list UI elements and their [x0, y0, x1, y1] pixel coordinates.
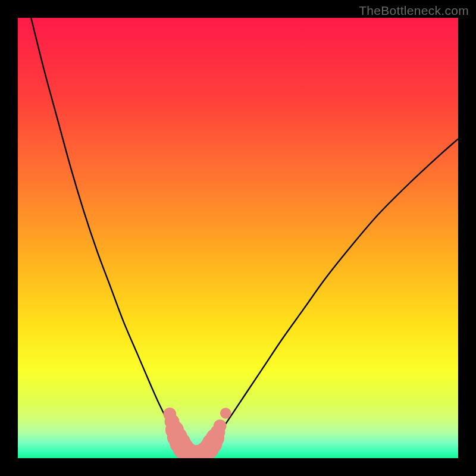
plot-area [18, 18, 458, 458]
marker-point [214, 419, 227, 433]
marker-point [220, 408, 231, 419]
chart-root: TheBottleneck.com [0, 0, 476, 476]
curve-layer [18, 18, 458, 458]
curve-right-branch [207, 139, 458, 453]
curve-left-branch [31, 18, 185, 453]
marker-group [163, 408, 231, 458]
watermark-label: TheBottleneck.com [359, 4, 469, 18]
